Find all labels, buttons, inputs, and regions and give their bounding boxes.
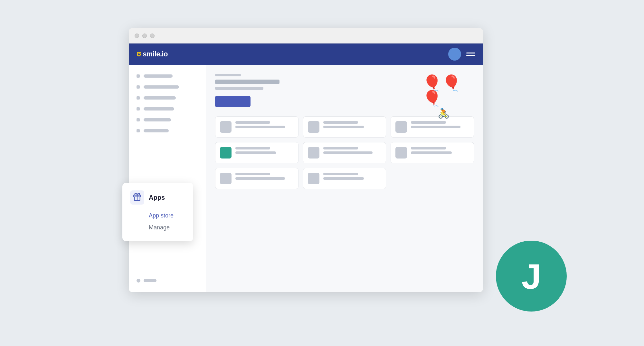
card-line-3a	[411, 121, 446, 124]
card-text-7	[235, 173, 294, 180]
card-line-7b	[235, 177, 285, 180]
header-right	[448, 48, 475, 61]
card-icon-4	[220, 147, 232, 159]
sidebar-label-1	[144, 74, 173, 78]
card-icon-1	[220, 121, 232, 133]
sidebar-bullet-4	[137, 107, 140, 111]
sidebar-bullet-5	[137, 118, 140, 121]
content-cta-button[interactable]	[215, 96, 251, 107]
card-text-5	[323, 147, 382, 154]
sidebar-bullet-2	[137, 85, 140, 89]
sidebar-item-5[interactable]	[134, 116, 201, 123]
logo-symbol: ʊ	[137, 50, 141, 58]
card-line-8b	[323, 177, 364, 180]
apps-dropdown-header: Apps	[130, 190, 183, 205]
cards-grid	[215, 116, 474, 189]
user-avatar-j: J	[496, 241, 567, 312]
card-icon-6	[395, 147, 407, 159]
app-card-8[interactable]	[303, 168, 386, 189]
sidebar-bottom-bar	[144, 279, 156, 282]
browser-titlebar	[129, 28, 483, 43]
sidebar-bottom	[134, 277, 201, 284]
card-text-3	[411, 121, 469, 128]
apps-box-icon	[133, 193, 141, 203]
content-header-section: 🎈🎈🎈 🚴	[215, 74, 474, 107]
apps-icon-box	[130, 190, 144, 205]
logo-text: smile.io	[143, 50, 168, 58]
browser-content: ʊ smile.io	[129, 43, 483, 292]
card-icon-8	[308, 173, 319, 184]
card-line-2a	[323, 121, 358, 124]
app-card-1[interactable]	[215, 116, 298, 138]
card-line-4a	[235, 147, 270, 149]
balloon-cluster-icon: 🎈🎈🎈	[422, 75, 464, 106]
card-line-2b	[323, 126, 364, 128]
traffic-light-close[interactable]	[135, 34, 139, 38]
sidebar-bullet-6	[137, 129, 140, 132]
hamburger-line-1	[466, 53, 475, 53]
hamburger-menu[interactable]	[466, 53, 475, 56]
sidebar-item-4[interactable]	[134, 105, 201, 112]
card-text-8	[323, 173, 382, 180]
card-text-2	[323, 121, 382, 128]
card-line-1a	[235, 121, 270, 124]
card-icon-5	[308, 147, 319, 159]
card-line-6a	[411, 147, 446, 149]
browser-window: ʊ smile.io	[129, 28, 483, 292]
balloon-illustration: 🎈🎈🎈 🚴	[422, 74, 464, 119]
card-line-3b	[411, 126, 460, 128]
content-desc-bar	[215, 87, 263, 90]
content-subtitle-bar	[215, 74, 241, 76]
sidebar-item-6[interactable]	[134, 127, 201, 134]
avatar-letter: J	[521, 256, 541, 297]
sidebar	[129, 65, 206, 292]
app-header: ʊ smile.io	[129, 43, 483, 65]
content-area: 🎈🎈🎈 🚴	[206, 65, 483, 292]
content-title-bar	[215, 80, 279, 84]
sidebar-item-1[interactable]	[134, 72, 201, 80]
card-icon-2	[308, 121, 319, 133]
apps-header-label: Apps	[149, 194, 165, 201]
card-icon-7	[220, 173, 232, 184]
logo: ʊ smile.io	[137, 50, 168, 58]
app-card-2[interactable]	[303, 116, 386, 138]
card-text-6	[411, 147, 469, 154]
app-card-6[interactable]	[391, 142, 474, 163]
card-line-5a	[323, 147, 358, 149]
card-line-7a	[235, 173, 270, 175]
sidebar-label-4	[144, 107, 174, 111]
card-line-5b	[323, 151, 373, 154]
apps-menu-app-store[interactable]: App store	[130, 210, 183, 222]
card-text-1	[235, 121, 294, 128]
card-line-1b	[235, 126, 285, 128]
sidebar-label-3	[144, 96, 176, 100]
app-card-5[interactable]	[303, 142, 386, 163]
traffic-light-maximize[interactable]	[150, 34, 155, 38]
sidebar-label-2	[144, 85, 179, 89]
app-card-3[interactable]	[391, 116, 474, 138]
sidebar-label-5	[144, 118, 171, 121]
sidebar-bullet-3	[137, 96, 140, 100]
sidebar-item-2[interactable]	[134, 83, 201, 91]
sidebar-bullet-1	[137, 74, 140, 78]
apps-menu-manage[interactable]: Manage	[130, 222, 183, 234]
card-icon-3	[395, 121, 407, 133]
traffic-light-minimize[interactable]	[142, 34, 147, 38]
card-line-8a	[323, 173, 358, 175]
main-layout: 🎈🎈🎈 🚴	[129, 65, 483, 292]
app-card-7[interactable]	[215, 168, 298, 189]
hamburger-line-2	[466, 55, 475, 56]
apps-dropdown: Apps App store Manage	[122, 183, 193, 241]
logo-area: ʊ smile.io	[137, 50, 168, 58]
card-line-4b	[235, 151, 276, 154]
app-card-4[interactable]	[215, 142, 298, 163]
sidebar-bottom-dot	[137, 279, 140, 283]
header-avatar[interactable]	[448, 48, 461, 61]
card-line-6b	[411, 151, 451, 154]
sidebar-item-3[interactable]	[134, 94, 201, 101]
bike-person-icon: 🚴	[438, 108, 450, 119]
card-text-4	[235, 147, 294, 154]
sidebar-label-6	[144, 129, 169, 132]
